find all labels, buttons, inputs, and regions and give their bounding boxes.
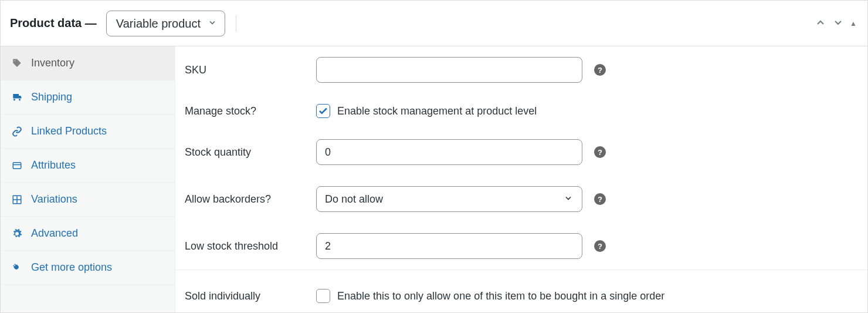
toggle-panel-icon[interactable]: ▲ bbox=[850, 19, 857, 28]
panel-header-actions: ▲ bbox=[815, 16, 857, 30]
tab-get-more-options[interactable]: Get more options bbox=[1, 251, 175, 285]
row-low-stock: Low stock threshold ? bbox=[175, 223, 867, 270]
label-low-stock: Low stock threshold bbox=[185, 240, 316, 253]
low-stock-input[interactable] bbox=[316, 233, 582, 259]
panel-body: Inventory Shipping Linked Products Attri… bbox=[1, 46, 867, 313]
sold-individually-desc: Enable this to only allow one of this it… bbox=[337, 290, 664, 302]
sidebar: Inventory Shipping Linked Products Attri… bbox=[1, 46, 175, 313]
tab-variations[interactable]: Variations bbox=[1, 183, 175, 217]
manage-stock-checkbox[interactable] bbox=[316, 104, 330, 118]
sku-input[interactable] bbox=[316, 57, 582, 83]
tab-advanced[interactable]: Advanced bbox=[1, 217, 175, 251]
row-sold-individually: Sold individually Enable this to only al… bbox=[175, 270, 867, 313]
label-manage-stock: Manage stock? bbox=[185, 105, 316, 117]
help-icon[interactable]: ? bbox=[594, 64, 606, 76]
row-stock-quantity: Stock quantity ? bbox=[175, 129, 867, 176]
tag-icon bbox=[11, 58, 23, 69]
label-stock-quantity: Stock quantity bbox=[185, 146, 316, 159]
tab-label: Linked Products bbox=[31, 125, 107, 137]
move-up-icon[interactable] bbox=[815, 16, 826, 30]
tab-label: Variations bbox=[31, 193, 77, 206]
product-type-select[interactable]: Variable product bbox=[106, 11, 225, 36]
tab-label: Attributes bbox=[31, 159, 76, 171]
tab-linked-products[interactable]: Linked Products bbox=[1, 115, 175, 149]
label-sold-individually: Sold individually bbox=[185, 290, 316, 302]
manage-stock-desc: Enable stock management at product level bbox=[337, 105, 537, 117]
row-backorders: Allow backorders? Do not allow ? bbox=[175, 176, 867, 223]
stock-quantity-input[interactable] bbox=[316, 139, 582, 165]
help-icon[interactable]: ? bbox=[594, 240, 606, 252]
divider bbox=[236, 15, 236, 32]
plug-icon bbox=[11, 262, 23, 274]
grid-icon bbox=[11, 194, 23, 206]
panel-title: Product data — bbox=[10, 16, 97, 30]
list-icon bbox=[11, 160, 23, 171]
move-down-icon[interactable] bbox=[832, 16, 844, 30]
link-icon bbox=[11, 126, 23, 137]
sold-individually-checkbox[interactable] bbox=[316, 289, 330, 303]
tab-label: Get more options bbox=[31, 261, 112, 274]
row-sku: SKU ? bbox=[175, 46, 867, 93]
product-data-panel: Product data — Variable product ▲ Invent… bbox=[0, 0, 868, 313]
content-inventory: SKU ? Manage stock? Enable stock managem… bbox=[175, 46, 867, 313]
tab-label: Advanced bbox=[31, 227, 78, 240]
gear-icon bbox=[11, 228, 23, 240]
tab-label: Inventory bbox=[31, 57, 74, 69]
tab-label: Shipping bbox=[31, 91, 72, 103]
truck-icon bbox=[11, 92, 23, 103]
tab-attributes[interactable]: Attributes bbox=[1, 149, 175, 183]
panel-header: Product data — Variable product ▲ bbox=[1, 1, 867, 46]
label-sku: SKU bbox=[185, 64, 316, 76]
label-backorders: Allow backorders? bbox=[185, 193, 316, 206]
help-icon[interactable]: ? bbox=[594, 193, 606, 205]
tab-inventory[interactable]: Inventory bbox=[1, 46, 175, 80]
svg-rect-0 bbox=[13, 162, 21, 169]
backorders-select[interactable]: Do not allow bbox=[316, 186, 582, 212]
tab-shipping[interactable]: Shipping bbox=[1, 80, 175, 115]
help-icon[interactable]: ? bbox=[594, 146, 606, 158]
row-manage-stock: Manage stock? Enable stock management at… bbox=[175, 93, 867, 129]
